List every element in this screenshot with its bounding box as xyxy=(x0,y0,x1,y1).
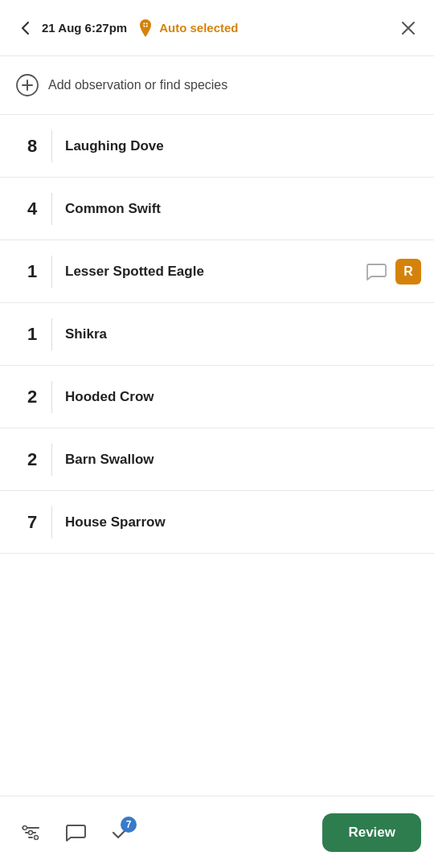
svg-point-9 xyxy=(35,835,39,839)
add-observation-row[interactable]: Add observation or find species xyxy=(0,56,434,115)
chat-button[interactable] xyxy=(58,815,93,850)
species-count: 1 xyxy=(13,261,51,282)
species-row[interactable]: 7House Sparrow xyxy=(0,491,434,554)
reviewer-badge[interactable]: R xyxy=(395,259,421,285)
header-auto-selected: Auto selected xyxy=(159,21,238,35)
close-button[interactable] xyxy=(395,15,421,41)
species-count: 8 xyxy=(13,136,51,157)
species-name: Barn Swallow xyxy=(65,452,421,468)
add-icon xyxy=(13,71,42,100)
species-row[interactable]: 1Lesser Spotted Eagle R xyxy=(0,240,434,303)
species-count: 2 xyxy=(13,387,51,407)
species-row[interactable]: 2Barn Swallow xyxy=(0,428,434,491)
header-location: Auto selected xyxy=(135,18,395,39)
header-datetime: 21 Aug 6:27pm xyxy=(42,21,127,35)
species-row[interactable]: 8Laughing Dove xyxy=(0,115,434,178)
filters-button[interactable] xyxy=(13,815,48,850)
species-name: Common Swift xyxy=(65,201,421,217)
species-count: 4 xyxy=(13,199,51,219)
review-button[interactable]: Review xyxy=(322,813,421,852)
species-divider xyxy=(51,193,52,225)
species-name: House Sparrow xyxy=(65,514,421,530)
species-name: Shikra xyxy=(65,326,421,342)
checklist-badge: 7 xyxy=(121,817,137,833)
species-count: 1 xyxy=(13,324,51,345)
comment-icon[interactable] xyxy=(363,259,389,285)
species-divider xyxy=(51,444,52,476)
back-button[interactable] xyxy=(13,15,39,41)
species-name: Hooded Crow xyxy=(65,389,421,405)
species-divider xyxy=(51,318,52,350)
species-name: Laughing Dove xyxy=(65,138,421,154)
species-count: 7 xyxy=(13,512,51,533)
species-divider xyxy=(51,130,52,162)
species-divider xyxy=(51,506,52,538)
species-divider xyxy=(51,256,52,288)
species-actions: R xyxy=(363,259,421,285)
species-count: 2 xyxy=(13,449,51,470)
header: 21 Aug 6:27pm Auto selected xyxy=(0,0,434,56)
add-observation-label: Add observation or find species xyxy=(48,78,227,92)
svg-point-8 xyxy=(29,830,33,834)
species-divider xyxy=(51,381,52,413)
species-list: 8Laughing Dove4Common Swift1Lesser Spott… xyxy=(0,115,434,554)
species-row[interactable]: 1Shikra xyxy=(0,303,434,366)
svg-point-7 xyxy=(23,825,27,829)
species-name: Lesser Spotted Eagle xyxy=(65,264,363,280)
checklist-button[interactable]: 7 xyxy=(103,815,138,850)
bottom-nav: 7 Review xyxy=(0,796,434,868)
location-pin-icon xyxy=(135,18,156,39)
species-row[interactable]: 2Hooded Crow xyxy=(0,366,434,428)
species-row[interactable]: 4Common Swift xyxy=(0,178,434,240)
